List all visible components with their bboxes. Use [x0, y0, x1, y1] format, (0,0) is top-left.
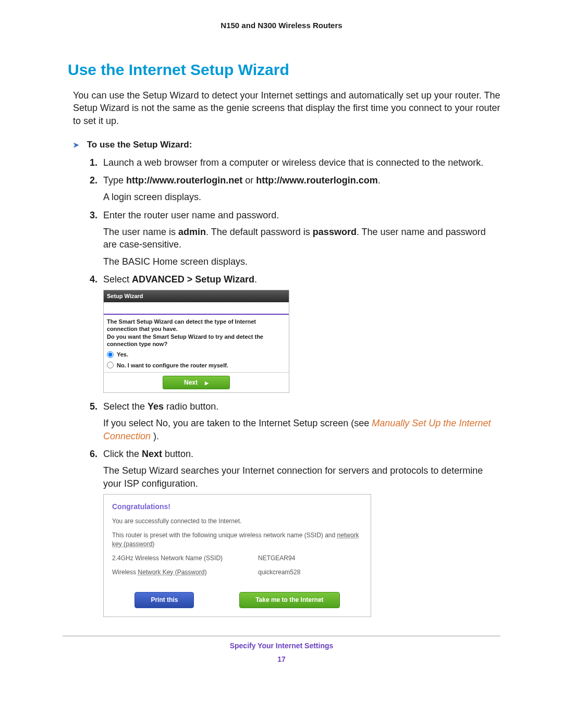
step-3: Enter the router user name and password.…	[90, 209, 500, 268]
radio-yes-input[interactable]	[107, 351, 114, 358]
radio-yes[interactable]: Yes.	[107, 351, 286, 358]
radio-no-input[interactable]	[107, 362, 114, 368]
arrow-icon: ➤	[73, 141, 79, 149]
key-label: Wireless Network Key (Password)	[112, 568, 258, 577]
footer-section-title: Specify Your Internet Settings	[63, 641, 500, 650]
wizard-line1: The Smart Setup Wizard can detect the ty…	[107, 318, 286, 333]
screenshot-congratulations: Congratulations! You are successfully co…	[103, 494, 371, 617]
procedure-heading-text: To use the Setup Wizard:	[87, 140, 192, 150]
step-3-text: Enter the router user name and password.	[103, 210, 279, 220]
step-6-text: Click the Next button.	[103, 449, 193, 459]
step-5-text: Select the Yes radio button.	[103, 401, 218, 412]
step-2-text: Type http://www.routerlogin.net or http:…	[103, 175, 381, 186]
congrats-heading: Congratulations!	[112, 502, 362, 512]
step-1: Launch a web browser from a computer or …	[90, 156, 500, 169]
key-value: quickcream528	[258, 568, 362, 577]
step-6: Click the Next button. The Setup Wizard …	[90, 448, 500, 617]
step-3-detail-2: The BASIC Home screen displays.	[103, 255, 500, 268]
procedure-heading: ➤ To use the Setup Wizard:	[63, 140, 500, 150]
step-2-result: A login screen displays.	[103, 191, 500, 203]
step-5-detail: If you select No, you are taken to the I…	[103, 417, 500, 442]
ssid-label: 2.4GHz Wireless Network Name (SSID)	[112, 554, 258, 563]
step-5: Select the Yes radio button. If you sele…	[90, 400, 500, 442]
chevron-right-icon: ▶	[205, 380, 209, 386]
print-button[interactable]: Print this	[134, 592, 194, 608]
radio-no-label: No. I want to configure the router mysel…	[117, 362, 228, 369]
doc-header: N150 and N300 Wireless Routers	[63, 21, 500, 30]
wizard-line2: Do you want the Smart Setup Wizard to tr…	[107, 333, 286, 348]
radio-yes-label: Yes.	[117, 351, 128, 358]
next-button[interactable]: Next▶	[163, 376, 230, 389]
screenshot-setup-wizard: Setup Wizard The Smart Setup Wizard can …	[103, 290, 289, 393]
congrats-line1: You are successfully connected to the In…	[112, 517, 362, 526]
section-title: Use the Internet Setup Wizard	[63, 61, 500, 79]
step-4: Select ADVANCED > Setup Wizard. Setup Wi…	[90, 273, 500, 393]
screenshot-titlebar: Setup Wizard	[104, 290, 289, 302]
radio-no[interactable]: No. I want to configure the router mysel…	[107, 362, 286, 369]
step-2: Type http://www.routerlogin.net or http:…	[90, 174, 500, 204]
step-6-detail: The Setup Wizard searches your Internet …	[103, 464, 500, 490]
page-footer: Specify Your Internet Settings 17	[63, 636, 500, 663]
step-1-text: Launch a web browser from a computer or …	[103, 157, 483, 168]
step-3-detail-1: The user name is admin. The default pass…	[103, 226, 500, 251]
congrats-line2: This router is preset with the following…	[112, 531, 362, 549]
take-to-internet-button[interactable]: Take me to the Internet	[239, 592, 339, 608]
page-number: 17	[63, 655, 500, 663]
step-4-text: Select ADVANCED > Setup Wizard.	[103, 274, 257, 285]
ssid-value: NETGEAR94	[258, 554, 362, 563]
intro-paragraph: You can use the Setup Wizard to detect y…	[63, 89, 500, 127]
